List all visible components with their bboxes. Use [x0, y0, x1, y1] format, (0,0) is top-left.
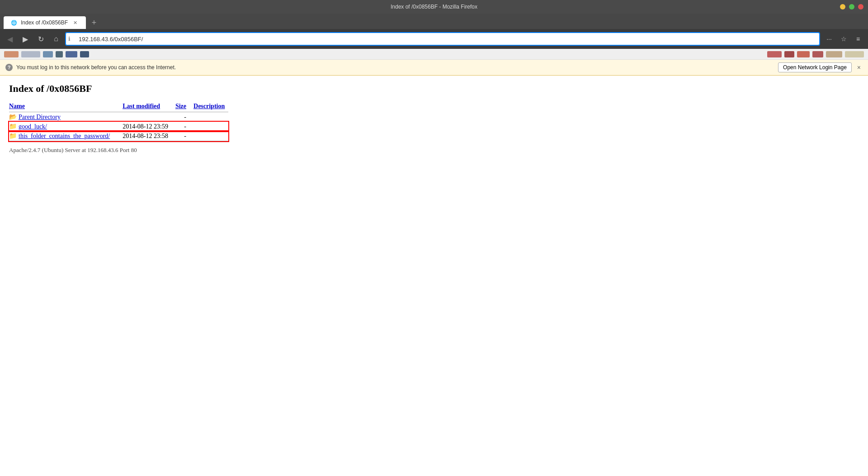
entry-name-cell: 📁this_folder_contains_the_password/: [9, 131, 113, 141]
tab-bar: 🌐 Index of /0x0856BF ✕ +: [0, 14, 868, 29]
entry-size-cell: -: [172, 131, 190, 141]
bookmark-3[interactable]: [43, 51, 53, 57]
table-row: 📂Parent Directory-: [9, 112, 228, 122]
browser-toolbar: ◀ ▶ ↻ ⌂ ℹ ··· ☆ ≡: [0, 29, 868, 49]
bookmark-10[interactable]: [812, 51, 823, 57]
entry-name-cell: 📁good_luck/: [9, 122, 113, 131]
active-tab[interactable]: 🌐 Index of /0x0856BF ✕: [4, 16, 86, 29]
bookmarks-bar: [0, 49, 868, 60]
bookmark-6[interactable]: [80, 51, 89, 57]
folder-link[interactable]: this_folder_contains_the_password/: [19, 133, 110, 139]
folder-icon: 📁: [9, 123, 17, 130]
tab-label: Index of /0x0856BF: [21, 19, 68, 26]
address-input[interactable]: [65, 32, 820, 46]
bookmark-12[interactable]: [845, 51, 864, 57]
back-btn[interactable]: ◀: [4, 33, 16, 45]
open-network-login-btn[interactable]: Open Network Login Page: [778, 62, 852, 72]
parent-dir-link[interactable]: Parent Directory: [19, 114, 61, 120]
bookmark-btn[interactable]: ☆: [837, 33, 850, 45]
forward-btn[interactable]: ▶: [19, 33, 32, 45]
col-name[interactable]: Name: [9, 102, 113, 112]
home-btn[interactable]: ⌂: [50, 33, 62, 45]
tab-close-btn[interactable]: ✕: [71, 19, 79, 26]
bookmark-8[interactable]: [784, 51, 794, 57]
table-row: 📁this_folder_contains_the_password/2014-…: [9, 131, 228, 141]
maximize-btn[interactable]: [849, 4, 854, 10]
table-row: 📁good_luck/2014-08-12 23:59-: [9, 122, 228, 131]
col-name-link[interactable]: Name: [9, 103, 25, 109]
col-size[interactable]: Size: [172, 102, 190, 112]
info-message: You must log in to this network before y…: [16, 64, 176, 71]
entry-name-cell: 📂Parent Directory: [9, 112, 113, 122]
security-icon: ℹ: [68, 36, 71, 42]
address-bar-wrapper: ℹ: [65, 32, 820, 46]
page-content: Index of /0x0856BF Name Last modified Si…: [0, 76, 868, 476]
bookmark-7[interactable]: [767, 51, 782, 57]
entry-size-cell: -: [172, 112, 190, 122]
col-description[interactable]: Description: [190, 102, 228, 112]
folder-icon: 📁: [9, 133, 17, 139]
tab-favicon: 🌐: [11, 20, 17, 26]
col-last-modified[interactable]: Last modified: [113, 102, 172, 112]
bookmark-4[interactable]: [56, 51, 63, 57]
entry-desc-cell: [190, 122, 228, 131]
close-btn[interactable]: [858, 4, 863, 10]
parent-dir-icon: 📂: [9, 114, 17, 120]
entry-size-cell: -: [172, 122, 190, 131]
col-last-modified-link[interactable]: Last modified: [123, 103, 160, 109]
folder-link[interactable]: good_luck/: [19, 123, 47, 130]
reload-btn[interactable]: ↻: [34, 33, 47, 45]
window-controls[interactable]: [840, 4, 863, 10]
more-btn[interactable]: ···: [823, 33, 835, 45]
bookmark-2[interactable]: [21, 51, 40, 57]
titlebar-title: Index of /0x0856BF - Mozilla Firefox: [391, 4, 477, 10]
bookmark-9[interactable]: [797, 51, 810, 57]
server-info: Apache/2.4.7 (Ubuntu) Server at 192.168.…: [9, 147, 859, 154]
minimize-btn[interactable]: [840, 4, 845, 10]
info-bar-right: Open Network Login Page ×: [778, 62, 863, 72]
entry-date-cell: 2014-08-12 23:59: [113, 122, 172, 131]
entry-desc-cell: [190, 131, 228, 141]
bookmark-11[interactable]: [826, 51, 842, 57]
bookmark-5[interactable]: [66, 51, 77, 57]
bookmark-1[interactable]: [4, 51, 19, 57]
info-icon: ?: [5, 64, 13, 71]
info-bar-left: ? You must log in to this network before…: [5, 64, 176, 71]
page-title: Index of /0x0856BF: [9, 83, 859, 95]
browser-titlebar: Index of /0x0856BF - Mozilla Firefox: [0, 0, 868, 14]
directory-table: Name Last modified Size Description 📂Par…: [9, 102, 228, 141]
new-tab-btn[interactable]: +: [88, 16, 100, 29]
toolbar-right: ··· ☆ ≡: [823, 33, 864, 45]
entry-date-cell: 2014-08-12 23:58: [113, 131, 172, 141]
menu-btn[interactable]: ≡: [852, 33, 864, 45]
col-size-link[interactable]: Size: [175, 103, 186, 109]
info-close-btn[interactable]: ×: [855, 64, 863, 71]
info-bar: ? You must log in to this network before…: [0, 60, 868, 76]
col-description-link[interactable]: Description: [193, 103, 225, 109]
entry-date-cell: [113, 112, 172, 122]
entry-desc-cell: [190, 112, 228, 122]
